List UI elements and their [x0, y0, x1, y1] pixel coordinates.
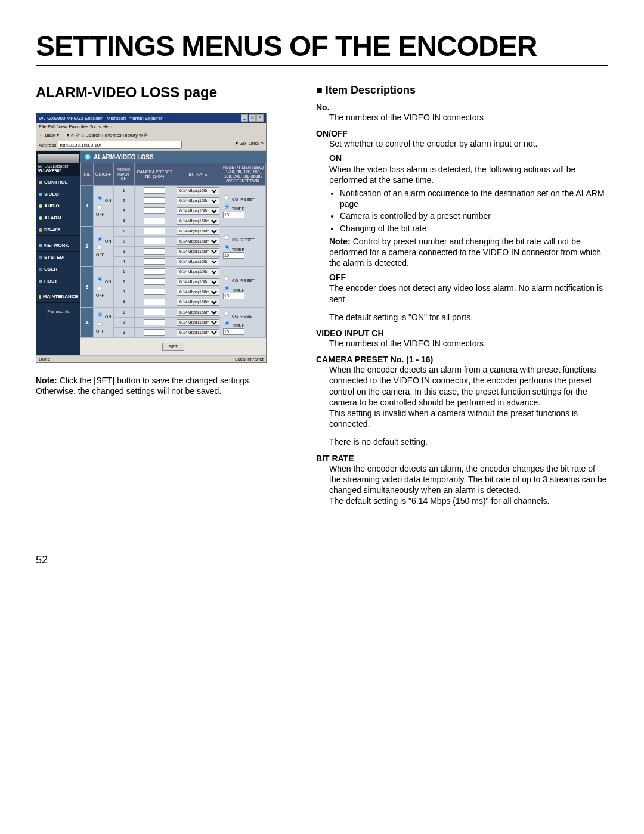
- maximize-icon[interactable]: □: [249, 114, 256, 122]
- nav-label: CONTROL: [44, 179, 68, 185]
- timer-input[interactable]: [223, 293, 244, 299]
- off-radio[interactable]: OFF: [96, 289, 104, 297]
- channel-no: 1: [113, 307, 134, 317]
- preset-input[interactable]: [144, 207, 165, 214]
- onoff-on-label: ON: [329, 153, 608, 163]
- item-vich-label: VIDEO INPUT CH: [316, 328, 608, 338]
- sidebar-item-maintenance[interactable]: MAINTENANCE: [36, 291, 80, 303]
- off-radio[interactable]: OFF: [96, 248, 104, 257]
- links-label[interactable]: Links: [249, 141, 260, 146]
- sidebar-item-audio[interactable]: AUDIO: [36, 200, 80, 212]
- bullet-3: Changing of the bit rate: [340, 223, 608, 234]
- timer-radio[interactable]: TIMER: [223, 247, 245, 252]
- bullet-1: Notification of an alarm occurrence to t…: [340, 188, 608, 209]
- set-button[interactable]: SET: [162, 343, 185, 351]
- preset-input[interactable]: [144, 187, 165, 194]
- cgi-reset-radio[interactable]: CGI RESET: [223, 238, 255, 242]
- bitrate-cell: 6.14Mbps(150ms): [175, 185, 221, 196]
- on-radio[interactable]: ON: [96, 280, 111, 284]
- reset-cell: CGI RESET TIMER: [221, 185, 266, 226]
- bitrate-select[interactable]: 6.14Mbps(150ms): [177, 278, 219, 286]
- timer-radio[interactable]: TIMER: [223, 323, 245, 327]
- address-input[interactable]: [58, 141, 182, 149]
- sidebar-item-rs-485[interactable]: RS-485: [36, 224, 80, 236]
- on-radio[interactable]: ON: [96, 239, 111, 243]
- preset-input[interactable]: [144, 329, 165, 336]
- preset-cell: [134, 256, 175, 266]
- sidebar-item-control[interactable]: CONTROL: [36, 176, 80, 188]
- content-title: ALARM-VIDEO LOSS: [80, 151, 266, 163]
- preset-cell: [134, 287, 175, 297]
- timer-input[interactable]: [223, 328, 244, 335]
- preset-cell: [134, 307, 175, 317]
- settings-table: No. ON/OFF VIDEO INPUT CH CAMERA PRESET …: [80, 163, 266, 338]
- nav-icon: [39, 228, 42, 232]
- preset-input[interactable]: [144, 238, 165, 244]
- bitrate-select[interactable]: 6.14Mbps(150ms): [177, 197, 219, 204]
- sidebar-item-host[interactable]: HOST: [36, 275, 80, 287]
- timer-radio[interactable]: TIMER: [223, 288, 245, 292]
- nav-label: ALARM: [44, 215, 61, 221]
- preset-input[interactable]: [144, 228, 165, 234]
- on-radio[interactable]: ON: [96, 199, 111, 203]
- note-under-screenshot: Note: Click the [SET] button to save the…: [36, 375, 292, 396]
- sidebar-item-alarm[interactable]: ALARM: [36, 212, 80, 224]
- bitrate-cell: 6.14Mbps(150ms): [175, 317, 221, 327]
- bitrate-select[interactable]: 6.14Mbps(150ms): [177, 268, 219, 275]
- off-radio[interactable]: OFF: [96, 207, 104, 216]
- browser-window: WJ-GXE900 MPEG2 Encoder - Microsoft Inte…: [36, 113, 267, 363]
- sidebar-item-user[interactable]: USER: [36, 263, 80, 275]
- channel-no: 2: [113, 236, 134, 246]
- bullet-2: Camera is controlled by a preset number: [340, 210, 608, 221]
- bitrate-select[interactable]: 6.14Mbps(150ms): [177, 258, 219, 265]
- bitrate-select[interactable]: 6.14Mbps(150ms): [177, 207, 219, 215]
- bitrate-select[interactable]: 6.14Mbps(150ms): [177, 299, 219, 306]
- bitrate-select[interactable]: 6.14Mbps(150ms): [177, 187, 219, 194]
- bitrate-select[interactable]: 6.14Mbps(150ms): [177, 238, 219, 245]
- preset-input[interactable]: [144, 268, 165, 275]
- content-title-text: ALARM-VIDEO LOSS: [94, 154, 154, 160]
- preset-input[interactable]: [144, 248, 165, 255]
- bitrate-select[interactable]: 6.14Mbps(150ms): [177, 289, 219, 296]
- bitrate-select[interactable]: 6.14Mbps(150ms): [177, 329, 219, 336]
- bitrate-select[interactable]: 6.14Mbps(150ms): [177, 248, 219, 255]
- timer-radio[interactable]: TIMER: [223, 207, 245, 211]
- channel-no: 2: [113, 277, 134, 287]
- preset-cell: [134, 196, 175, 206]
- timer-input[interactable]: [223, 212, 244, 218]
- bitrate-select[interactable]: 6.14Mbps(150ms): [177, 309, 219, 316]
- go-button[interactable]: Go: [240, 141, 246, 146]
- browser-toolbar[interactable]: ← Back ▾ → ▾ ✕ ⟳ ⌂ Search Favorites Hist…: [36, 131, 266, 139]
- bitrate-select[interactable]: 6.14Mbps(150ms): [177, 319, 219, 326]
- preset-input[interactable]: [144, 278, 165, 285]
- preset-cell: [134, 317, 175, 327]
- minimize-icon[interactable]: _: [241, 114, 248, 122]
- cgi-reset-radio[interactable]: CGI RESET: [223, 278, 255, 283]
- cgi-reset-radio[interactable]: CGI RESET: [223, 197, 255, 201]
- on-radio[interactable]: ON: [96, 315, 111, 319]
- close-icon[interactable]: ×: [256, 114, 264, 122]
- timer-input[interactable]: [223, 252, 244, 259]
- preset-input[interactable]: [144, 319, 165, 325]
- sidebar-item-system[interactable]: SYSTEM: [36, 252, 80, 263]
- preset-input[interactable]: [144, 218, 165, 224]
- globe-icon: [84, 153, 91, 160]
- bitrate-select[interactable]: 6.14Mbps(150ms): [177, 228, 219, 235]
- preset-input[interactable]: [144, 258, 165, 265]
- bitrate-cell: 6.14Mbps(150ms): [175, 266, 221, 277]
- cgi-reset-radio[interactable]: CGI RESET: [223, 314, 255, 318]
- preset-input[interactable]: [144, 299, 165, 305]
- preset-input[interactable]: [144, 289, 165, 295]
- preset-input[interactable]: [144, 309, 165, 315]
- preset-input[interactable]: [144, 197, 165, 204]
- item-descriptions-header: ■ Item Descriptions: [316, 84, 608, 97]
- sidebar-item-video[interactable]: VIDEO: [36, 188, 80, 200]
- preset-cell: [134, 226, 175, 236]
- note-text: Click the [SET] button to save the chang…: [36, 376, 251, 396]
- bitrate-select[interactable]: 6.14Mbps(150ms): [177, 218, 219, 225]
- browser-menubar[interactable]: File Edit View Favorites Tools Help: [36, 123, 266, 131]
- off-radio[interactable]: OFF: [96, 324, 104, 333]
- channel-no: 1: [113, 185, 134, 196]
- sidebar-item-network[interactable]: NETWORK: [36, 240, 80, 252]
- channel-no: 2: [113, 317, 134, 327]
